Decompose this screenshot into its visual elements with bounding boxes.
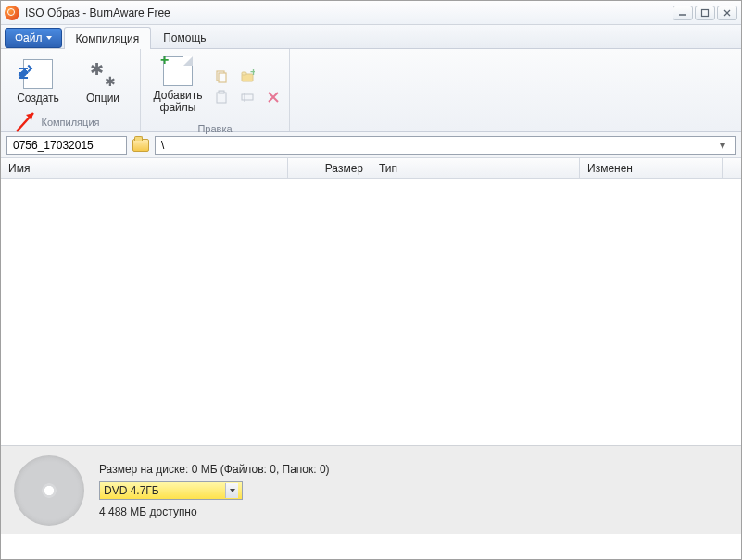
gears-icon <box>88 59 118 89</box>
column-tail <box>723 158 741 178</box>
rename-button[interactable] <box>239 89 256 106</box>
close-button[interactable] <box>717 6 737 20</box>
folder-icon <box>132 139 149 152</box>
column-headers: Имя Размер Тип Изменен <box>1 158 741 179</box>
disc-icon <box>14 455 84 526</box>
column-modified[interactable]: Изменен <box>580 158 723 178</box>
add-files-button[interactable]: Добавить файлы <box>148 53 208 118</box>
caret-down-icon <box>46 36 52 40</box>
ribbon: Создать Опции Компиляция Добавить файлы … <box>1 49 741 132</box>
paste-button[interactable] <box>213 89 230 106</box>
edit-small-buttons: + <box>213 65 282 106</box>
options-label: Опции <box>86 93 119 105</box>
file-list[interactable] <box>1 179 741 445</box>
svg-rect-5 <box>219 73 226 82</box>
svg-rect-11 <box>242 94 253 100</box>
tab-label: Помощь <box>163 31 206 44</box>
path-dropdown-button[interactable]: ▾ <box>716 139 729 152</box>
tab-label: Компиляция <box>76 32 140 45</box>
new-folder-button[interactable]: + <box>239 68 256 85</box>
file-menu-button[interactable]: Файл <box>5 28 62 48</box>
column-size[interactable]: Размер <box>288 158 371 178</box>
svg-rect-7 <box>242 72 246 75</box>
disc-type-value: DVD 4.7ГБ <box>104 484 159 497</box>
titlebar: ISO Образ - BurnAware Free <box>1 1 741 25</box>
tab-help[interactable]: Помощь <box>151 26 218 48</box>
status-bar: Размер на диске: 0 МБ (Файлов: 0, Папок:… <box>1 445 741 534</box>
project-name-input[interactable]: 0756_17032015 <box>6 136 127 155</box>
column-label: Имя <box>8 162 30 175</box>
minimize-button[interactable] <box>673 6 693 20</box>
add-files-label: Добавить файлы <box>150 90 206 114</box>
burn-label: Создать <box>17 93 59 105</box>
svg-rect-1 <box>702 9 709 16</box>
window-title: ISO Образ - BurnAware Free <box>25 6 170 19</box>
tab-compilation[interactable]: Компиляция <box>64 27 152 49</box>
column-type[interactable]: Тип <box>371 158 580 178</box>
app-icon <box>5 6 19 20</box>
svg-rect-9 <box>217 93 226 103</box>
path-value: \ <box>161 139 164 152</box>
maximize-button[interactable] <box>695 6 715 20</box>
svg-text:+: + <box>250 69 255 79</box>
disc-available: 4 488 МБ доступно <box>99 505 330 518</box>
file-menu-label: Файл <box>15 31 43 44</box>
options-button[interactable]: Опции <box>73 56 132 108</box>
column-name[interactable]: Имя <box>1 158 288 178</box>
menu-tabs: Файл Компиляция Помощь <box>1 25 741 49</box>
path-bar: 0756_17032015 \ ▾ <box>1 132 741 158</box>
ribbon-group-compilation: Создать Опции Компиляция <box>1 49 141 131</box>
project-name-value: 0756_17032015 <box>13 139 94 152</box>
burn-button[interactable]: Создать <box>8 56 68 108</box>
svg-rect-10 <box>219 91 224 93</box>
disc-type-dropdown[interactable]: DVD 4.7ГБ <box>99 481 243 500</box>
add-file-icon <box>163 56 193 86</box>
ribbon-group-edit: Добавить файлы + Правка <box>141 49 290 131</box>
chevron-down-icon[interactable] <box>225 483 238 498</box>
column-label: Изменен <box>587 162 633 175</box>
column-label: Тип <box>379 162 397 175</box>
path-input[interactable]: \ ▾ <box>155 136 736 155</box>
ribbon-group-label: Компиляция <box>1 115 140 131</box>
disc-summary: Размер на диске: 0 МБ (Файлов: 0, Папок:… <box>99 463 330 476</box>
burn-icon <box>23 59 53 89</box>
copy-button[interactable] <box>213 68 230 85</box>
column-label: Размер <box>325 162 363 175</box>
delete-button[interactable] <box>265 89 282 106</box>
